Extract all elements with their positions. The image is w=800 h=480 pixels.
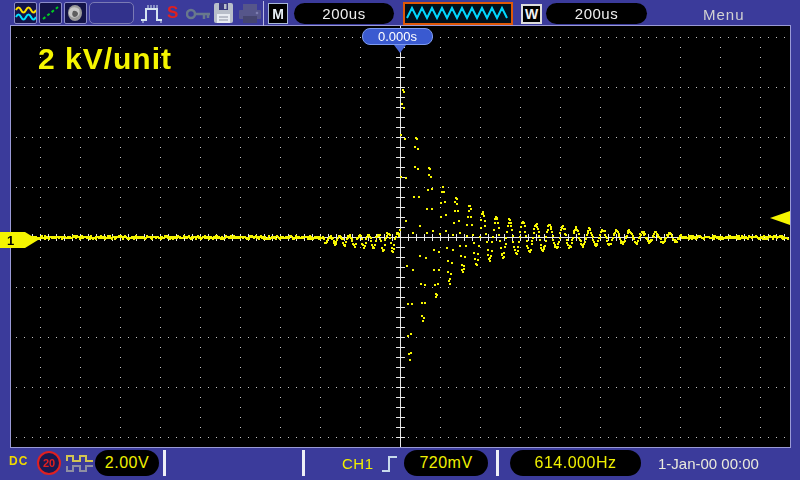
pulse-icon xyxy=(140,3,164,28)
datetime-label: 1-Jan-00 00:00 xyxy=(658,455,759,472)
top-status-bar: S xyxy=(0,0,800,27)
bottombar-separator xyxy=(163,450,166,476)
bottombar-separator xyxy=(496,450,499,476)
ch1-volts-div-value: 2.00V xyxy=(95,450,159,476)
bottombar-separator xyxy=(302,450,305,476)
invert-wave-icon xyxy=(66,453,94,479)
oscilloscope-screen: S xyxy=(0,0,800,480)
vertical-scale-note: 2 kV/unit xyxy=(38,42,172,76)
print-icon xyxy=(238,2,262,28)
main-timebase-label: M xyxy=(268,3,288,24)
key-icon xyxy=(186,7,212,25)
window-timebase-label: W xyxy=(521,4,542,24)
trigger-level-marker xyxy=(770,211,790,229)
trigger-position-pointer-icon xyxy=(394,45,406,53)
trigger-delay-badge: 0.000s xyxy=(362,28,433,45)
trigger-frequency-value: 614.000Hz xyxy=(510,450,641,476)
window-zoom-icon xyxy=(403,2,513,25)
channel1-marker-number: 1 xyxy=(7,233,14,248)
channel-waves-icon xyxy=(14,2,37,24)
rising-slope-icon xyxy=(381,452,401,479)
save-icon xyxy=(213,2,234,28)
channel1-position-marker: 1 xyxy=(0,229,39,255)
bandwidth-20m-icon: 20 xyxy=(37,451,61,475)
bandwidth-label: 20 xyxy=(43,457,55,469)
dc-coupling-label: DC xyxy=(9,454,28,468)
bottom-status-bar: DC 20 2.00V CH1 720mV 614.000Hz 1-Jan-00… xyxy=(0,448,800,480)
main-timebase-value: 200us xyxy=(294,3,394,24)
trigger-level-value: 720mV xyxy=(404,450,488,476)
thumbnail-icon xyxy=(64,2,87,24)
dc-coupling-icon: DC xyxy=(9,451,35,469)
trigger-source-label: CH1 xyxy=(342,455,374,472)
menu-button[interactable]: Menu xyxy=(703,6,745,23)
single-trigger-status: S xyxy=(167,3,178,23)
empty-status-box xyxy=(89,2,134,24)
topbar-separator xyxy=(263,1,264,26)
math-dashed-icon xyxy=(39,2,62,24)
window-timebase-value: 200us xyxy=(546,3,647,24)
